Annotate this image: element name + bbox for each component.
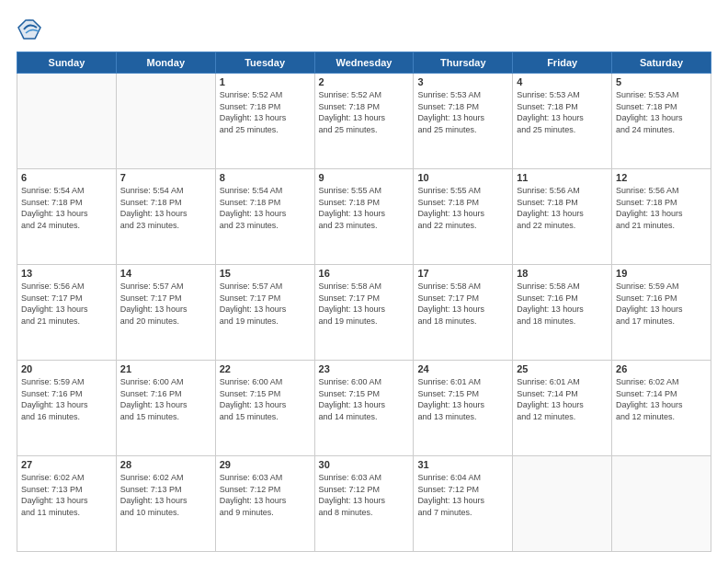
day-number: 8 [220,172,311,183]
calendar-cell: 21Sunrise: 6:00 AMSunset: 7:16 PMDayligh… [116,361,215,456]
weekday-header-wednesday: Wednesday [314,52,414,74]
weekday-header-thursday: Thursday [414,52,513,74]
calendar-cell: 1Sunrise: 5:52 AMSunset: 7:18 PMDaylight… [215,74,314,169]
day-info: Sunrise: 5:59 AMSunset: 7:16 PMDaylight:… [616,281,707,327]
day-info: Sunrise: 5:53 AMSunset: 7:18 PMDaylight:… [417,89,508,135]
day-info: Sunrise: 6:02 AMSunset: 7:13 PMDaylight:… [21,472,112,518]
calendar-cell: 8Sunrise: 5:54 AMSunset: 7:18 PMDaylight… [215,169,314,265]
calendar-cell: 24Sunrise: 6:01 AMSunset: 7:15 PMDayligh… [414,361,513,456]
calendar-cell: 12Sunrise: 5:56 AMSunset: 7:18 PMDayligh… [612,169,711,265]
day-number: 27 [21,459,112,470]
calendar-cell: 3Sunrise: 5:53 AMSunset: 7:18 PMDaylight… [414,74,513,169]
day-number: 4 [517,76,608,87]
page: SundayMondayTuesdayWednesdayThursdayFrid… [0,0,728,563]
week-row-2: 6Sunrise: 5:54 AMSunset: 7:18 PMDaylight… [17,169,711,265]
week-row-1: 1Sunrise: 5:52 AMSunset: 7:18 PMDaylight… [17,74,711,169]
calendar-cell: 26Sunrise: 6:02 AMSunset: 7:14 PMDayligh… [612,361,711,456]
calendar-cell [612,456,711,552]
day-number: 6 [21,172,112,183]
day-info: Sunrise: 5:52 AMSunset: 7:18 PMDaylight:… [319,89,410,135]
week-row-4: 20Sunrise: 5:59 AMSunset: 7:16 PMDayligh… [17,361,711,456]
calendar-cell [513,456,612,552]
calendar-cell: 2Sunrise: 5:52 AMSunset: 7:18 PMDaylight… [314,74,414,169]
calendar-cell: 27Sunrise: 6:02 AMSunset: 7:13 PMDayligh… [17,456,117,552]
weekday-header-sunday: Sunday [17,52,117,74]
calendar-cell: 29Sunrise: 6:03 AMSunset: 7:12 PMDayligh… [215,456,314,552]
calendar-cell: 7Sunrise: 5:54 AMSunset: 7:18 PMDaylight… [116,169,215,265]
day-number: 23 [319,363,410,374]
day-number: 12 [616,172,707,183]
day-number: 11 [517,172,608,183]
week-row-3: 13Sunrise: 5:56 AMSunset: 7:17 PMDayligh… [17,265,711,361]
day-number: 13 [21,268,112,279]
calendar-cell [116,74,215,169]
calendar-cell: 4Sunrise: 5:53 AMSunset: 7:18 PMDaylight… [513,74,612,169]
day-info: Sunrise: 6:04 AMSunset: 7:12 PMDaylight:… [417,472,508,518]
day-info: Sunrise: 5:54 AMSunset: 7:18 PMDaylight:… [120,185,211,231]
calendar-cell: 6Sunrise: 5:54 AMSunset: 7:18 PMDaylight… [17,169,117,265]
week-row-5: 27Sunrise: 6:02 AMSunset: 7:13 PMDayligh… [17,456,711,552]
calendar-cell: 18Sunrise: 5:58 AMSunset: 7:16 PMDayligh… [513,265,612,361]
day-info: Sunrise: 5:53 AMSunset: 7:18 PMDaylight:… [616,89,707,135]
calendar-cell: 23Sunrise: 6:00 AMSunset: 7:15 PMDayligh… [314,361,414,456]
day-info: Sunrise: 5:55 AMSunset: 7:18 PMDaylight:… [417,185,508,231]
day-info: Sunrise: 6:03 AMSunset: 7:12 PMDaylight:… [319,472,410,518]
day-number: 3 [417,76,508,87]
weekday-header-row: SundayMondayTuesdayWednesdayThursdayFrid… [17,52,711,74]
day-info: Sunrise: 6:00 AMSunset: 7:16 PMDaylight:… [120,376,211,422]
calendar-cell: 5Sunrise: 5:53 AMSunset: 7:18 PMDaylight… [612,74,711,169]
day-info: Sunrise: 5:58 AMSunset: 7:17 PMDaylight:… [417,281,508,327]
day-number: 16 [319,268,410,279]
day-number: 26 [616,363,707,374]
logo [17,17,48,42]
day-info: Sunrise: 5:52 AMSunset: 7:18 PMDaylight:… [220,89,311,135]
day-info: Sunrise: 5:59 AMSunset: 7:16 PMDaylight:… [21,376,112,422]
weekday-header-friday: Friday [513,52,612,74]
day-info: Sunrise: 5:57 AMSunset: 7:17 PMDaylight:… [120,281,211,327]
day-number: 2 [319,76,410,87]
day-number: 10 [417,172,508,183]
weekday-header-monday: Monday [116,52,215,74]
calendar-cell: 13Sunrise: 5:56 AMSunset: 7:17 PMDayligh… [17,265,117,361]
day-info: Sunrise: 6:00 AMSunset: 7:15 PMDaylight:… [319,376,410,422]
day-info: Sunrise: 6:02 AMSunset: 7:14 PMDaylight:… [616,376,707,422]
day-number: 21 [120,363,211,374]
day-number: 7 [120,172,211,183]
day-number: 14 [120,268,211,279]
day-number: 31 [417,459,508,470]
weekday-header-tuesday: Tuesday [215,52,314,74]
day-number: 18 [517,268,608,279]
calendar-table: SundayMondayTuesdayWednesdayThursdayFrid… [17,52,711,552]
day-number: 24 [417,363,508,374]
calendar-cell: 30Sunrise: 6:03 AMSunset: 7:12 PMDayligh… [314,456,414,552]
day-number: 29 [220,459,311,470]
day-number: 30 [319,459,410,470]
calendar-cell: 20Sunrise: 5:59 AMSunset: 7:16 PMDayligh… [17,361,117,456]
calendar-cell: 25Sunrise: 6:01 AMSunset: 7:14 PMDayligh… [513,361,612,456]
day-number: 1 [220,76,311,87]
day-info: Sunrise: 5:58 AMSunset: 7:16 PMDaylight:… [517,281,608,327]
calendar-cell: 19Sunrise: 5:59 AMSunset: 7:16 PMDayligh… [612,265,711,361]
calendar-cell [17,74,117,169]
day-info: Sunrise: 5:56 AMSunset: 7:18 PMDaylight:… [517,185,608,231]
day-info: Sunrise: 5:56 AMSunset: 7:17 PMDaylight:… [21,281,112,327]
day-info: Sunrise: 6:02 AMSunset: 7:13 PMDaylight:… [120,472,211,518]
calendar-cell: 15Sunrise: 5:57 AMSunset: 7:17 PMDayligh… [215,265,314,361]
calendar-cell: 10Sunrise: 5:55 AMSunset: 7:18 PMDayligh… [414,169,513,265]
day-info: Sunrise: 6:00 AMSunset: 7:15 PMDaylight:… [220,376,311,422]
weekday-header-saturday: Saturday [612,52,711,74]
calendar-cell: 16Sunrise: 5:58 AMSunset: 7:17 PMDayligh… [314,265,414,361]
day-number: 9 [319,172,410,183]
day-info: Sunrise: 5:55 AMSunset: 7:18 PMDaylight:… [319,185,410,231]
day-number: 25 [517,363,608,374]
day-info: Sunrise: 6:03 AMSunset: 7:12 PMDaylight:… [220,472,311,518]
calendar-cell: 9Sunrise: 5:55 AMSunset: 7:18 PMDaylight… [314,169,414,265]
day-info: Sunrise: 5:54 AMSunset: 7:18 PMDaylight:… [220,185,311,231]
day-info: Sunrise: 5:54 AMSunset: 7:18 PMDaylight:… [21,185,112,231]
day-number: 28 [120,459,211,470]
day-info: Sunrise: 5:58 AMSunset: 7:17 PMDaylight:… [319,281,410,327]
day-info: Sunrise: 5:57 AMSunset: 7:17 PMDaylight:… [220,281,311,327]
day-info: Sunrise: 5:53 AMSunset: 7:18 PMDaylight:… [517,89,608,135]
day-number: 17 [417,268,508,279]
day-number: 5 [616,76,707,87]
